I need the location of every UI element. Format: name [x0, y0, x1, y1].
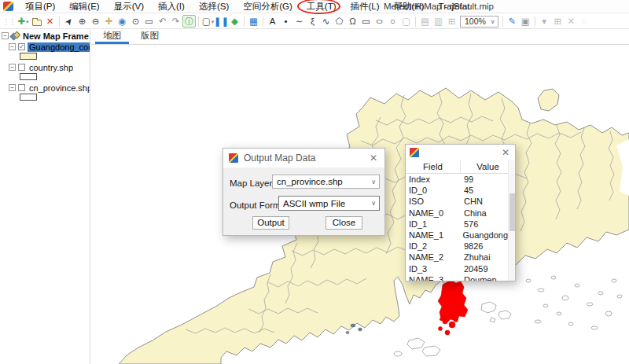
map-layer-select[interactable]: cn_province.shp ∨: [272, 175, 380, 189]
layer-name: country.shp: [28, 63, 75, 72]
menu-item[interactable]: 空间分析(G): [236, 0, 300, 13]
value-cell: 576: [464, 219, 508, 229]
app-logo-icon: [3, 2, 13, 11]
add-feature-icon[interactable]: ⊞: [551, 15, 565, 28]
field-cell: NAME_1: [406, 230, 463, 240]
add-layer-icon[interactable]: ✚▾: [17, 15, 30, 28]
zoom-out-icon[interactable]: ⊖: [89, 15, 102, 28]
layer-checkbox[interactable]: [18, 84, 25, 91]
value-cell: CHN: [464, 197, 508, 206]
point-icon[interactable]: •: [279, 15, 292, 28]
export-data-icon[interactable]: ▥: [432, 15, 445, 28]
edit-dropdown-icon[interactable]: ▾: [538, 15, 551, 28]
save-edit-icon-glyph: ▣: [521, 16, 530, 28]
zoom-out-icon-glyph: ⊖: [92, 16, 100, 28]
layer-tree: −New Map Frame−✓Guangdong_county.shp−cou…: [0, 31, 90, 101]
menu-item[interactable]: 选择(S): [192, 0, 236, 13]
tab-layout[interactable]: 版图: [133, 28, 167, 44]
circle-icon[interactable]: ○: [386, 15, 399, 28]
menu-item[interactable]: 插件(L): [344, 0, 387, 13]
table-row: ID_29826: [406, 241, 508, 252]
polyline-icon[interactable]: ∼: [292, 15, 306, 28]
polygon-icon[interactable]: ⬠: [333, 15, 346, 28]
map-layer-label: Map Layer:: [230, 178, 275, 188]
close-icon[interactable]: ✕: [500, 147, 511, 158]
value-cell: Doumen: [464, 275, 508, 281]
text-icon[interactable]: A: [266, 15, 279, 28]
select-arrow-icon-glyph: ➤: [62, 15, 76, 28]
menu-item[interactable]: 插入(I): [151, 0, 192, 13]
chevron-down-icon: ∨: [491, 18, 495, 25]
delete-feature-icon[interactable]: ✕: [565, 15, 578, 28]
view-tabbar: 地图 版图: [91, 30, 629, 45]
point-icon-glyph: •: [284, 16, 287, 28]
curve-icon[interactable]: ∿: [319, 15, 333, 28]
save-edit-icon[interactable]: ▣: [519, 15, 532, 28]
select-arrow-icon[interactable]: ➤: [62, 15, 75, 28]
tab-map[interactable]: 地图: [95, 28, 129, 44]
toolbar-grip[interactable]: ⋮⋮: [2, 17, 15, 26]
layer-checkbox[interactable]: [18, 64, 25, 71]
close-icon[interactable]: ✕: [368, 153, 379, 164]
zoom-combo[interactable]: 100%∨: [460, 16, 498, 28]
output-button[interactable]: Output: [252, 216, 289, 230]
map-layer-value: cn_province.shp: [277, 177, 343, 186]
redo-icon[interactable]: ↷: [169, 15, 182, 28]
output-format-select[interactable]: ASCII wmp File ∨: [278, 196, 380, 211]
layer-checkbox[interactable]: ✓: [18, 43, 25, 50]
menu-item[interactable]: 显示(V): [107, 0, 151, 13]
menu-item[interactable]: 编辑(E): [62, 0, 106, 13]
select-feature-icon[interactable]: ▢▾: [201, 15, 215, 28]
dialog-titlebar[interactable]: Output Map Data ✕: [223, 149, 384, 167]
expander-icon[interactable]: −: [2, 32, 9, 39]
image-icon[interactable]: ▦: [247, 15, 260, 28]
zoom-window-icon[interactable]: ⊙: [129, 15, 142, 28]
scrollbar-thumb[interactable]: [509, 193, 515, 231]
ellipse-icon[interactable]: ○: [373, 15, 386, 28]
freehand-line-icon[interactable]: ξ: [306, 15, 319, 28]
export-map-icon[interactable]: ▤: [418, 15, 432, 28]
label-icon[interactable]: ◆: [228, 15, 241, 28]
chevron-down-icon: ∨: [371, 178, 376, 186]
undo-icon[interactable]: ↶: [156, 15, 169, 28]
remove-layer-icon[interactable]: ✕: [43, 15, 57, 28]
reshape-icon-glyph: ◌: [582, 16, 587, 28]
add-feature-icon-glyph: ⊞: [554, 16, 561, 28]
map-frame-row[interactable]: −New Map Frame: [2, 31, 90, 41]
layer-row[interactable]: −country.shp: [9, 62, 90, 72]
full-extent-icon-glyph: ◉: [118, 16, 126, 28]
menu-item[interactable]: 项目(P): [18, 0, 62, 13]
remove-layer-icon-glyph: ✕: [46, 16, 54, 28]
layer-row[interactable]: −✓Guangdong_county.shp: [9, 42, 90, 52]
menu-item[interactable]: 工具(T): [300, 0, 344, 13]
freehand-polygon-icon[interactable]: Ω: [346, 15, 359, 28]
clip-icon[interactable]: ▢: [399, 15, 413, 28]
attribute-table-body: Index99ID_045ISOCHNNAME_0ChinaID_1576NAM…: [406, 174, 508, 281]
pan-icon[interactable]: ✛: [102, 15, 116, 28]
dialog-logo-icon: [229, 153, 238, 163]
identify-icon[interactable]: ⓘ: [182, 15, 196, 28]
expander-icon[interactable]: −: [9, 84, 16, 91]
map-frame-label: New Map Frame: [23, 31, 89, 41]
field-cell: Index: [406, 175, 464, 184]
layer-row[interactable]: −cn_province.shp: [9, 83, 90, 93]
rectangle-icon[interactable]: ▭: [359, 15, 373, 28]
fit-window-icon[interactable]: ⊞: [445, 15, 458, 28]
edit-pencil-icon[interactable]: ✎: [506, 15, 519, 28]
output-format-value: ASCII wmp File: [283, 199, 345, 208]
close-button[interactable]: Close: [326, 216, 362, 230]
zoom-in-icon[interactable]: ⊕: [75, 15, 89, 28]
open-file-icon[interactable]: [30, 15, 43, 28]
folder-glyph: [32, 20, 42, 26]
expander-icon[interactable]: −: [9, 43, 16, 50]
dialog-titlebar[interactable]: ✕: [406, 145, 515, 160]
full-extent-icon[interactable]: ◉: [116, 15, 129, 28]
scrollbar[interactable]: [508, 160, 515, 281]
expander-icon[interactable]: −: [9, 64, 16, 71]
table-row: ISOCHN: [406, 196, 508, 207]
extent-rect-icon[interactable]: ▭: [142, 15, 156, 28]
table-row: NAME_2Zhuhai: [406, 252, 508, 263]
measure-icon[interactable]: ❚❚: [215, 15, 228, 28]
clip-icon-glyph: ▢: [402, 16, 410, 28]
reshape-icon[interactable]: ◌: [578, 15, 591, 28]
